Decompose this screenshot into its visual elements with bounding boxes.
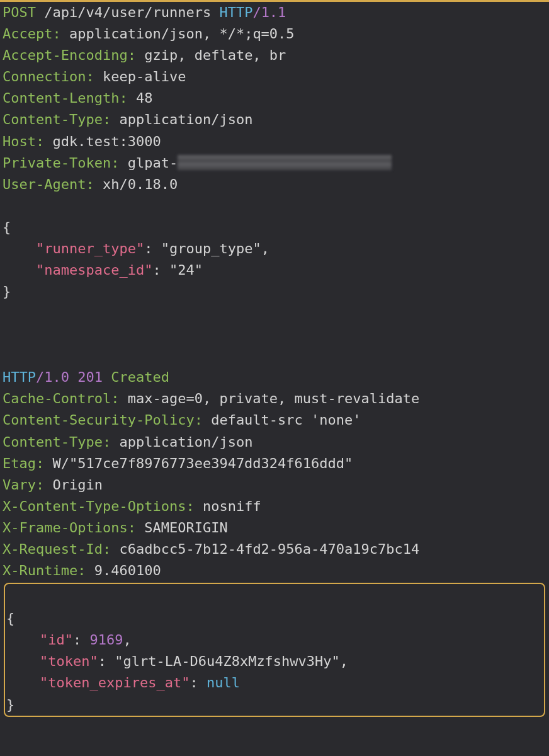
response-status-line: HTTP/1.0 201 Created xyxy=(3,367,546,388)
request-path: /api/v4/user/runners xyxy=(44,4,211,20)
req-header-host: Host: gdk.test:3000 xyxy=(3,131,546,152)
status-code: 201 xyxy=(77,369,103,385)
res-body-id: "id": 9169, xyxy=(6,629,543,651)
res-header-x-runtime: X-Runtime: 9.460100 xyxy=(3,560,546,581)
res-header-x-request-id: X-Request-Id: c6adbcc5-7b12-4fd2-956a-47… xyxy=(3,539,546,560)
http-method: POST xyxy=(3,4,36,20)
res-header-x-content-type-options: X-Content-Type-Options: nosniff xyxy=(3,496,546,517)
req-header-private-token: Private-Token: glpat- xyxy=(3,152,546,174)
res-body-token-expires: "token_expires_at": null xyxy=(6,672,543,694)
req-body-runner-type: "runner_type": "group_type", xyxy=(3,238,546,260)
res-header-etag: Etag: W/"517ce7f8976773ee3947dd324f616dd… xyxy=(3,453,546,474)
res-header-csp: Content-Security-Policy: default-src 'no… xyxy=(3,410,546,431)
res-header-vary: Vary: Origin xyxy=(3,474,546,496)
req-header-connection: Connection: keep-alive xyxy=(3,66,546,88)
req-header-content-type: Content-Type: application/json xyxy=(3,109,546,130)
req-header-accept-encoding: Accept-Encoding: gzip, deflate, br xyxy=(3,45,546,66)
terminal-content: POST /api/v4/user/runners HTTP/1.1 Accep… xyxy=(0,2,549,717)
res-header-x-frame-options: X-Frame-Options: SAMEORIGIN xyxy=(3,517,546,539)
res-header-cache-control: Cache-Control: max-age=0, private, must-… xyxy=(3,388,546,410)
req-body-namespace-id: "namespace_id": "24" xyxy=(3,260,546,281)
res-body-close: } xyxy=(6,694,543,716)
req-body-close: } xyxy=(3,281,546,302)
redacted-token-icon xyxy=(178,155,392,170)
req-header-accept: Accept: application/json, */*;q=0.5 xyxy=(3,23,546,45)
res-body-token: "token": "glrt-LA-D6u4Z8xMzfshwv3Hy", xyxy=(6,651,543,672)
http-version: / xyxy=(252,4,261,20)
status-text: Created xyxy=(111,369,169,385)
response-body-highlight: { "id": 9169, "token": "glrt-LA-D6u4Z8xM… xyxy=(4,583,545,716)
request-line: POST /api/v4/user/runners HTTP/1.1 xyxy=(3,2,546,23)
req-header-user-agent: User-Agent: xh/0.18.0 xyxy=(3,174,546,195)
res-body-open: { xyxy=(6,608,543,629)
req-header-content-length: Content-Length: 48 xyxy=(3,88,546,109)
res-header-content-type: Content-Type: application/json xyxy=(3,432,546,453)
req-body-open: { xyxy=(3,217,546,238)
http-protocol: HTTP xyxy=(219,4,252,20)
